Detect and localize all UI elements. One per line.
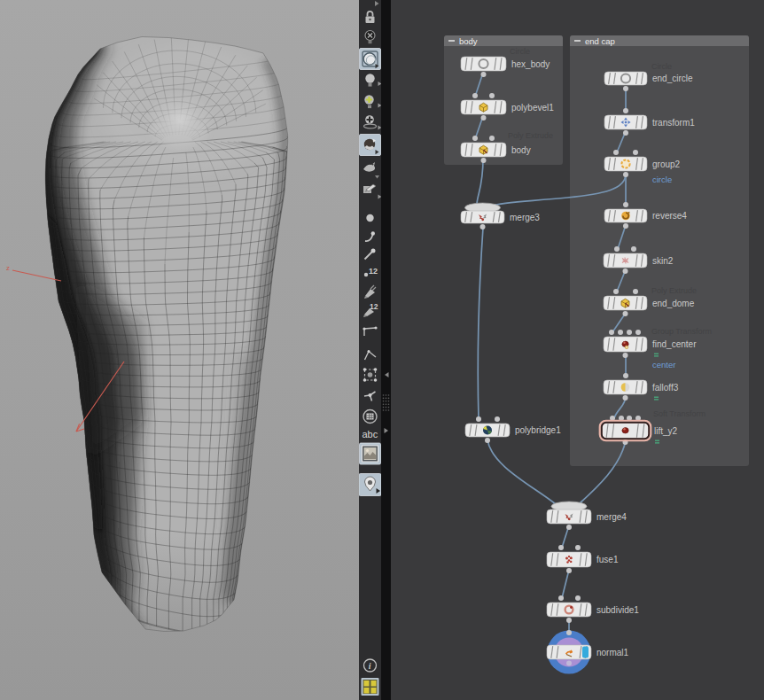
svg-text:transform1: transform1 [652,118,695,128]
svg-text:Poly Extrude: Poly Extrude [508,131,553,140]
svg-text:Group Transform: Group Transform [651,327,712,336]
svg-text:group2: group2 [652,159,681,169]
svg-text:z: z [6,264,10,272]
svg-text:normal1: normal1 [596,648,629,657]
svg-text:hex_body: hex_body [511,59,550,69]
svg-text:polybevel1: polybevel1 [511,103,554,113]
svg-text:merge4: merge4 [596,512,627,522]
svg-text:body: body [459,36,478,46]
svg-text:12: 12 [369,267,378,276]
svg-text:falloff3: falloff3 [652,383,679,393]
svg-text:find_center: find_center [652,339,697,349]
svg-text:merge3: merge3 [510,213,540,222]
svg-text:subdivide1: subdivide1 [596,605,639,615]
svg-text:Circle: Circle [510,47,530,56]
svg-text:end cap: end cap [585,36,615,46]
svg-text:end_circle: end_circle [652,74,693,83]
svg-text:fuse1: fuse1 [596,555,619,564]
svg-text:persp1: persp1 [9,41,36,51]
svg-text:end_dome: end_dome [652,299,695,308]
svg-text:Soft Transform: Soft Transform [653,409,706,418]
svg-text:circle: circle [652,175,672,184]
svg-text:polybridge1: polybridge1 [515,425,561,435]
svg-text:i: i [369,661,371,671]
svg-text:body: body [511,145,531,155]
svg-text:Circle: Circle [651,62,672,71]
svg-text:abc: abc [363,429,378,439]
svg-text:skin2: skin2 [652,256,674,266]
svg-text:Poly Extrude: Poly Extrude [651,286,697,295]
svg-text:lift_y2: lift_y2 [654,426,678,436]
svg-text:reverse4: reverse4 [652,211,687,221]
svg-text:center: center [652,360,675,369]
